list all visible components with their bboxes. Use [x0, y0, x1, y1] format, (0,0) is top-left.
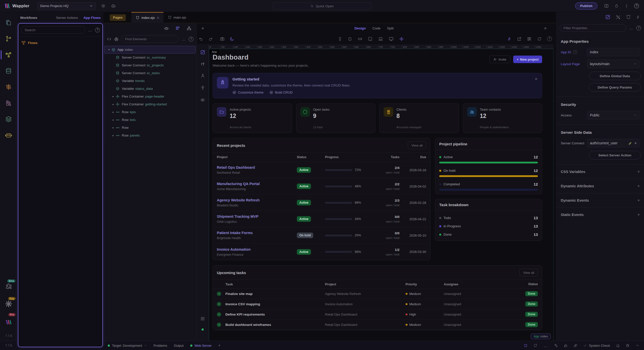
routes-panel-icon[interactable] [0, 79, 17, 95]
fit-screen-icon[interactable] [399, 37, 404, 41]
mode-design[interactable]: Design [354, 26, 366, 30]
add-icon[interactable]: + [637, 169, 640, 174]
view-all-button[interactable]: View all [408, 142, 426, 149]
pages-button[interactable]: Pages [110, 14, 126, 21]
device-desktop-icon[interactable] [389, 36, 394, 41]
tab-index-ejs[interactable]: index.ejs [131, 12, 163, 23]
task-row[interactable]: Finalize site map Agency Website Refresh… [213, 289, 542, 299]
define-query-params-button[interactable]: Define Query Params [589, 83, 641, 92]
more-options-icon[interactable]: … [181, 37, 186, 41]
pages-panel-icon[interactable] [0, 15, 17, 31]
system-check-status[interactable]: System Check [583, 344, 610, 347]
feedback-thumbs-up-icon[interactable] [564, 343, 568, 347]
access-select[interactable]: Public [587, 111, 640, 119]
project-row[interactable]: Shipment Tracking MVPOrbit Logistics Act… [213, 211, 430, 227]
task-row[interactable]: Build dashboard wireframes Retail Ops Da… [213, 320, 542, 330]
view-all-button[interactable]: View all [519, 269, 538, 276]
expand-right-icon[interactable]: » [539, 26, 551, 30]
more-options-icon[interactable]: … [88, 28, 93, 32]
ai-sparkles-icon[interactable] [554, 343, 558, 347]
invite-button[interactable]: Invite [489, 56, 510, 63]
add-icon[interactable]: + [637, 212, 640, 217]
reload-icon[interactable] [533, 343, 537, 347]
redo-icon[interactable] [208, 37, 213, 41]
add-icon[interactable]: + [637, 198, 640, 203]
dynamic-data-bolt-icon[interactable] [507, 37, 511, 41]
publish-button[interactable]: Publish [575, 2, 597, 10]
tree-item-flex-getting-started[interactable]: ▸ Flex Container getting-started [104, 100, 196, 108]
tree-item-sc-projects[interactable]: Server Connect sc_projects [104, 61, 196, 69]
git-manager-icon[interactable] [0, 31, 17, 47]
cleanup-broom-icon[interactable] [574, 343, 578, 347]
stop-icon[interactable] [524, 344, 528, 347]
expand-panel-icon[interactable] [635, 343, 639, 347]
tree-item-sc-tasks[interactable]: Server Connect sc_tasks [104, 69, 196, 77]
breadcrumb[interactable]: Appindex [531, 334, 551, 339]
layers-panel-icon[interactable] [0, 111, 17, 127]
tree-expand-icon[interactable]: ▸ [111, 118, 116, 121]
tree-view-icon[interactable] [187, 26, 191, 31]
tree-item-row-kpis[interactable]: ▸ Row kpis [104, 108, 196, 116]
eraser-icon[interactable] [616, 343, 620, 347]
tree-expand-icon[interactable]: ▸ [111, 95, 116, 98]
select-server-action-button[interactable]: Select Server Action [589, 151, 641, 159]
workflows-panel-icon[interactable] [0, 47, 17, 63]
project-row[interactable]: Retail Ops DashboardNorthwind Retail Act… [213, 162, 430, 178]
more-kebab-icon[interactable] [624, 4, 629, 8]
preview-eye-icon[interactable] [200, 98, 205, 102]
theme-droplet-icon[interactable] [614, 4, 619, 8]
qr-code-icon[interactable] [527, 37, 532, 41]
refresh-icon[interactable] [537, 37, 542, 41]
app-id-field[interactable]: index [587, 48, 640, 56]
tree-item-row[interactable]: ▸ Row [104, 124, 196, 132]
new-project-button[interactable]: + New project [513, 56, 542, 63]
open-in-browser-icon[interactable] [517, 37, 521, 41]
tree-expand-icon[interactable]: ▸ [111, 126, 116, 129]
help-icon[interactable]: ? [634, 4, 639, 8]
tree-item-flows[interactable]: Flows [21, 39, 99, 47]
split-view-icon[interactable] [604, 4, 609, 8]
accessibility-icon[interactable] [200, 85, 205, 90]
server-connect-field[interactable]: auth/current_user ✕ [587, 139, 640, 147]
add-icon[interactable]: + [637, 183, 640, 189]
extensions-beta-icon[interactable]: Beta [0, 277, 17, 295]
cloud-sync-icon[interactable] [111, 3, 116, 9]
section-static-events[interactable]: Static Events + [561, 208, 640, 222]
ai-robot-icon[interactable] [164, 26, 169, 31]
list-view-icon[interactable] [175, 26, 180, 31]
device-tablet-icon[interactable] [368, 36, 373, 41]
tree-item-row-panels[interactable]: ▸ Row panels [104, 132, 196, 139]
tree-expand-icon[interactable]: ▾ [106, 48, 111, 51]
dark-mode-moon-icon[interactable] [230, 37, 234, 41]
tree-item-flex-page-header[interactable]: ▸ Flex Container page-header [104, 93, 196, 100]
code-view-icon[interactable] [107, 37, 111, 41]
tree-item-variable-status-data[interactable]: Variable status_data [104, 85, 196, 93]
section-dynamic-attributes[interactable]: Dynamic Attributes + [561, 179, 640, 193]
project-selector[interactable]: Demo Projects HQ [37, 2, 96, 10]
problems-button[interactable]: Problems [153, 344, 167, 347]
project-row[interactable]: Agency Website RefreshBluebird Studio Ac… [213, 195, 430, 211]
info-icon[interactable]: i [573, 50, 577, 54]
text-format-icon[interactable]: TT [201, 62, 205, 66]
database-manager-icon[interactable] [0, 63, 17, 79]
web-server-status[interactable]: Web Server [190, 344, 212, 347]
filter-properties-input[interactable] [560, 24, 626, 32]
tab-main-ejs[interactable]: main.ejs [164, 12, 191, 23]
output-button[interactable]: Output [174, 344, 184, 347]
help-icon[interactable]: ? [547, 36, 552, 41]
tree-item-variable-trends[interactable]: Variable trends [104, 77, 196, 85]
design-tools-icon[interactable] [616, 15, 621, 20]
quick-open-button[interactable]: Quick Open [273, 2, 371, 10]
help-icon[interactable]: ? [636, 26, 641, 30]
experimental-settings-icon[interactable]: Exp [0, 295, 17, 313]
section-dynamic-events[interactable]: Dynamic Events + [561, 193, 640, 207]
help-icon[interactable]: ? [95, 28, 100, 32]
close-icon[interactable]: ✕ [535, 77, 538, 81]
edit-pencil-icon[interactable] [628, 141, 632, 145]
define-global-data-button[interactable]: Define Global Data [589, 72, 641, 80]
device-phone-icon[interactable] [338, 37, 342, 41]
tree-item-sc-summary[interactable]: Server Connect sc_summary [104, 54, 196, 61]
device-phone-landscape-icon[interactable] [358, 37, 362, 41]
task-row[interactable]: Invoice CSV mapping Invoice Automation M… [213, 299, 542, 309]
project-row[interactable]: Manufacturing QA PortalAcme Manufacturin… [213, 178, 430, 195]
